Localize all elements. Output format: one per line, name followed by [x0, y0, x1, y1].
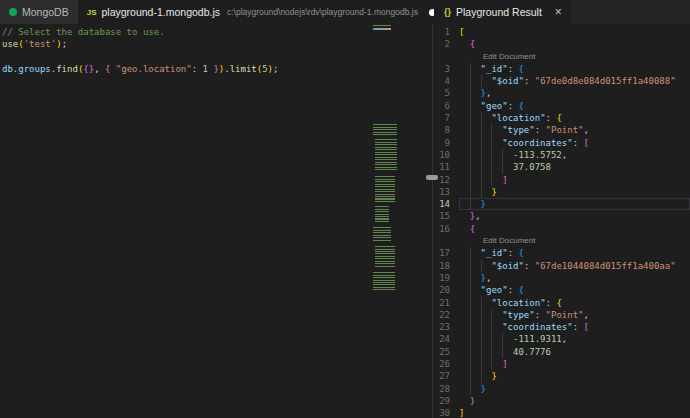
- splitter-handle[interactable]: [426, 175, 438, 180]
- playground-result-pane[interactable]: 1[2{Edit Document3"_id": {4"$oid": "67de…: [433, 24, 690, 418]
- close-tab-icon[interactable]: ×: [555, 6, 562, 18]
- code-token: "coordinates": [502, 138, 572, 148]
- line-number: 8: [433, 124, 459, 136]
- code-token: "location": [491, 298, 545, 308]
- code-token: 37.0758: [513, 162, 551, 172]
- line-content: "coordinates": [: [459, 137, 690, 149]
- tab-mongodb[interactable]: MongoDB: [0, 0, 78, 24]
- minimap[interactable]: [371, 24, 399, 418]
- line-number: 30: [433, 407, 459, 418]
- indent-guide: [502, 346, 513, 358]
- code-token: }: [470, 396, 475, 406]
- result-line: 21"location": {: [433, 297, 690, 309]
- indent-guide: [502, 161, 513, 173]
- line-content: "_id": {: [459, 247, 690, 259]
- line-number: 1: [433, 26, 459, 38]
- result-line: 14}: [433, 198, 690, 210]
- code-token: find: [56, 64, 78, 74]
- code-token: {: [470, 224, 475, 234]
- tab-playground-label: playground-1.mongodb.js: [102, 6, 221, 18]
- code-token: "_id": [481, 248, 508, 258]
- code-token: }: [208, 64, 219, 74]
- code-token: {: [519, 64, 524, 74]
- result-line: 1137.0758: [433, 161, 690, 173]
- indent-guide: [491, 333, 502, 345]
- code-token: "geo": [481, 285, 508, 295]
- code-token: {: [519, 248, 524, 258]
- code-token: db: [2, 64, 13, 74]
- codelens-row: Edit Document: [433, 51, 690, 63]
- code-token: [: [583, 322, 588, 332]
- result-line: 22"type": "Point",: [433, 309, 690, 321]
- line-number: 23: [433, 321, 459, 333]
- indent-guide: [459, 321, 470, 333]
- line-number: 15: [433, 210, 459, 222]
- line-number: 4: [433, 75, 459, 87]
- code-token: "Point": [546, 125, 584, 135]
- code-token: "geo": [481, 101, 508, 111]
- code-token: :: [524, 261, 535, 271]
- playground-code: // Select the database to use.use('test'…: [0, 24, 432, 75]
- indent-guide: [481, 346, 492, 358]
- result-line: 28}: [433, 383, 690, 395]
- code-token: }: [491, 187, 496, 197]
- indent-guide: [491, 137, 502, 149]
- code-token: :: [546, 298, 557, 308]
- code-token: {: [556, 113, 561, 123]
- code-token: :: [508, 101, 519, 111]
- indent-guide: [491, 124, 502, 136]
- result-line: 30]: [433, 407, 690, 418]
- indent-guide: [470, 75, 481, 87]
- line-number: 22: [433, 309, 459, 321]
- tab-playground-result[interactable]: {} Playground Result ×: [435, 0, 571, 24]
- indent-guide: [470, 161, 481, 173]
- code-token: "$oid": [491, 261, 524, 271]
- code-token: :: [573, 138, 584, 148]
- line-content: }: [459, 198, 690, 210]
- indent-guide: [470, 174, 481, 186]
- indent-guide: [459, 272, 470, 284]
- code-line: // Select the database to use.: [2, 26, 432, 38]
- code-token: ,: [486, 273, 491, 283]
- line-content: -113.5752,: [459, 149, 690, 161]
- line-content: {: [459, 223, 690, 235]
- playground-editor-pane[interactable]: // Select the database to use.use('test'…: [0, 24, 433, 418]
- code-token: "67de1044084d015ff1a400aa": [535, 261, 676, 271]
- code-token: }: [481, 199, 486, 209]
- indent-guide: [459, 87, 470, 99]
- line-content: "location": {: [459, 297, 690, 309]
- line-content: ]: [459, 407, 690, 418]
- indent-guide: [459, 112, 470, 124]
- javascript-file-icon: JS: [87, 8, 97, 17]
- code-token: ]: [502, 359, 507, 369]
- tab-result-label: Playground Result: [456, 6, 542, 18]
- line-number: 29: [433, 395, 459, 407]
- indent-guide: [491, 309, 502, 321]
- line-content: },: [459, 210, 690, 222]
- code-line: use('test');: [2, 38, 432, 50]
- line-content: "_id": {: [459, 63, 690, 75]
- result-line: 1[: [433, 26, 690, 38]
- edit-document-link[interactable]: Edit Document: [483, 236, 535, 245]
- indent-guide: [459, 247, 470, 259]
- code-token: [: [583, 138, 588, 148]
- code-token: :: [573, 322, 584, 332]
- code-token: ,: [562, 150, 567, 160]
- indent-guide: [459, 75, 470, 87]
- tab-playground-file[interactable]: JS playground-1.mongodb.js c:\playground…: [78, 0, 445, 24]
- code-token: :: [546, 113, 557, 123]
- result-line: 18"$oid": "67de1044084d015ff1a400aa": [433, 260, 690, 272]
- line-number: 5: [433, 87, 459, 99]
- indent-guide: [470, 124, 481, 136]
- code-token: :: [192, 64, 203, 74]
- result-line: 8"type": "Point",: [433, 124, 690, 136]
- code-token: :: [508, 248, 519, 258]
- result-line: 13}: [433, 186, 690, 198]
- line-content: "geo": {: [459, 284, 690, 296]
- line-number: 19: [433, 272, 459, 284]
- mongodb-leaf-icon: [9, 8, 17, 16]
- line-content: }: [459, 395, 690, 407]
- edit-document-link[interactable]: Edit Document: [483, 52, 535, 61]
- left-editor-tab-bar: MongoDB JS playground-1.mongodb.js c:\pl…: [0, 0, 434, 24]
- result-line: 7"location": {: [433, 112, 690, 124]
